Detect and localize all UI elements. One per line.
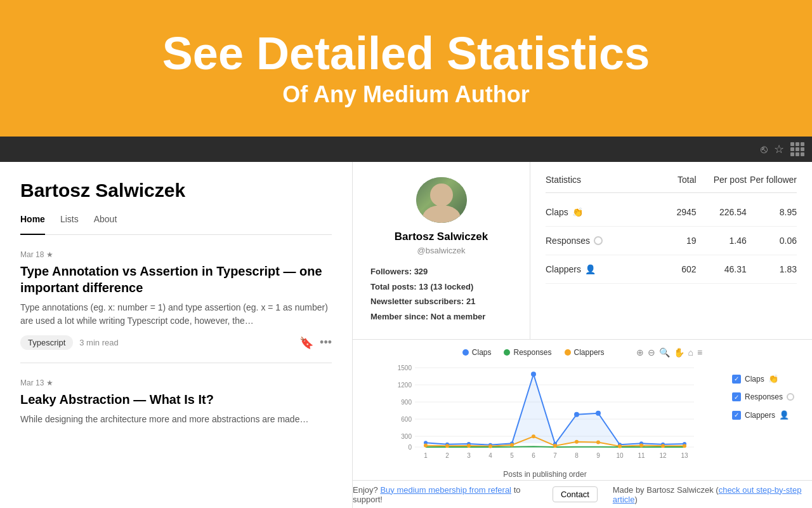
contact-button[interactable]: Contact [553, 486, 598, 502]
checkbox-clappers[interactable]: ✓ [732, 411, 741, 420]
svg-text:4: 4 [488, 452, 492, 459]
avatar-image [416, 177, 467, 223]
footer-made-by: Made by Bartosz Salwiczek (check out ste… [613, 485, 812, 504]
banner-title: See Detailed Statistics [162, 29, 650, 79]
clapper-point-3 [467, 444, 471, 448]
svg-text:11: 11 [638, 452, 645, 459]
main-area: Bartosz Salwiczek Home Lists About Mar 1… [0, 162, 812, 508]
clap-icon: 👏 [572, 207, 583, 217]
home-icon[interactable]: ⌂ [688, 347, 693, 358]
clappers-label: Clappers 👤 [546, 264, 646, 274]
clappers-per-post: 46.31 [697, 264, 747, 274]
x-axis-label: Posts in publishing order [363, 470, 727, 479]
post-meta-left: Typescript 3 min read [20, 335, 119, 350]
svg-text:0: 0 [408, 444, 412, 451]
stats-table: Statistics Total Per post Per follower C… [530, 162, 812, 339]
tab-home[interactable]: Home [20, 214, 45, 235]
followers-value: 329 [414, 267, 428, 276]
footer-enjoy-text: Enjoy? Buy medium mebership from referal… [353, 485, 537, 504]
share-icon[interactable]: ⎋ [761, 143, 768, 156]
post-excerpt: Type annotations (eg. x: number = 1) and… [20, 301, 332, 328]
responses-label: Responses [546, 236, 646, 246]
post-date: Mar 18 ★ [20, 250, 332, 259]
followers-info: Followers: 329 [370, 264, 512, 279]
nav-tabs: Home Lists About [20, 214, 332, 235]
banner: See Detailed Statistics Of Any Medium Au… [0, 0, 812, 137]
clapper-point-9 [596, 441, 600, 444]
right-legend-responses-label: Responses [745, 392, 783, 401]
stats-col-total: Total [646, 175, 696, 185]
footer-membership-link[interactable]: Buy medium mebership from referal [380, 485, 511, 495]
svg-text:900: 900 [401, 399, 412, 406]
clap-point-6 [531, 371, 536, 377]
tab-lists[interactable]: Lists [60, 214, 79, 229]
browser-bar: ⎋ ☆ [0, 137, 812, 162]
legend-label-clappers: Clappers [574, 348, 605, 357]
left-panel: Bartosz Salwiczek Home Lists About Mar 1… [0, 162, 353, 508]
svg-text:6: 6 [532, 452, 535, 459]
claps-text: Claps [546, 207, 568, 217]
clap-point-8 [574, 412, 579, 417]
clap-point-9 [596, 411, 601, 416]
right-legend-claps-label: Claps [745, 375, 764, 384]
zoom-out-icon[interactable]: ⊖ [648, 347, 655, 358]
stats-col-statistics: Statistics [546, 175, 646, 185]
responses-text: Responses [546, 236, 590, 246]
zoom-icon[interactable]: 🔍 [659, 347, 670, 358]
post-title[interactable]: Type Annotation vs Assertion in Typescri… [20, 263, 332, 296]
right-legend-clappers-label: Clappers [745, 411, 775, 420]
clappers-per-follower: 1.83 [747, 264, 797, 274]
profile-info: Followers: 329 Total posts: 13 (13 locke… [370, 264, 512, 324]
avatar [416, 177, 467, 223]
chart-svg-container: 1500 1200 900 600 300 0 [363, 361, 727, 479]
claps-total: 2945 [646, 207, 696, 217]
checkbox-responses[interactable]: ✓ [732, 392, 741, 401]
responses-total: 19 [646, 236, 696, 246]
more-icon[interactable]: ••• [320, 336, 332, 350]
footer-bar: Enjoy? Buy medium mebership from referal… [353, 480, 812, 508]
clapper-point-10 [618, 444, 622, 448]
pan-icon[interactable]: ✋ [674, 347, 684, 358]
claps-label: Claps 👏 [546, 207, 646, 217]
post-tag[interactable]: Typescript [20, 335, 73, 350]
svg-text:10: 10 [616, 452, 624, 459]
clapper-point-2 [445, 444, 449, 448]
stats-row-clappers: Clappers 👤 602 46.31 1.83 [546, 255, 797, 284]
post-item: Mar 18 ★ Type Annotation vs Assertion in… [20, 250, 332, 350]
bookmark-icon[interactable]: 🔖 [299, 336, 313, 350]
claps-per-follower: 8.95 [747, 207, 797, 217]
responses-per-post: 1.46 [697, 236, 747, 246]
tab-about[interactable]: About [94, 214, 117, 229]
clapper-point-11 [639, 444, 643, 448]
member-info: Member since: Not a member [370, 309, 512, 324]
zoom-in-icon[interactable]: ⊕ [636, 347, 644, 358]
stats-col-per-follower: Per follower [747, 175, 797, 185]
clapper-point-13 [683, 444, 686, 448]
post-readtime: 3 min read [79, 338, 118, 347]
star-icon[interactable]: ☆ [774, 142, 784, 156]
followers-label: Followers: [370, 267, 412, 276]
clap-emoji: 👏 [768, 374, 778, 384]
checkbox-claps[interactable]: ✓ [732, 375, 741, 384]
clapper-point-1 [424, 444, 428, 448]
chart-svg: 1500 1200 900 600 300 0 [363, 361, 727, 466]
stats-header-row: Statistics Total Per post Per follower [546, 175, 797, 193]
author-name: Bartosz Salwiczek [20, 180, 332, 201]
svg-text:8: 8 [575, 452, 579, 459]
clapper-point-12 [661, 444, 665, 448]
apps-icon[interactable] [790, 142, 804, 156]
legend-dot-responses [504, 349, 510, 356]
clapper-point-5 [510, 443, 514, 447]
chart-right-legend: ✓ Claps 👏 ✓ Responses ✓ Clappers 👤 [732, 361, 802, 479]
member-value: Not a member [431, 312, 486, 321]
clappers-total: 602 [646, 264, 696, 274]
svg-text:2: 2 [445, 452, 449, 459]
post-footer: Typescript 3 min read 🔖 ••• [20, 335, 332, 350]
svg-text:600: 600 [401, 416, 412, 423]
right-legend-clappers: ✓ Clappers 👤 [732, 410, 802, 420]
post-title-2[interactable]: Leaky Abstraction — What Is It? [20, 391, 332, 408]
legend-clappers: Clappers [565, 348, 605, 357]
clappers-icon-legend: 👤 [779, 410, 789, 420]
menu-icon[interactable]: ≡ [697, 347, 702, 358]
banner-subtitle: Of Any Medium Author [282, 81, 529, 108]
